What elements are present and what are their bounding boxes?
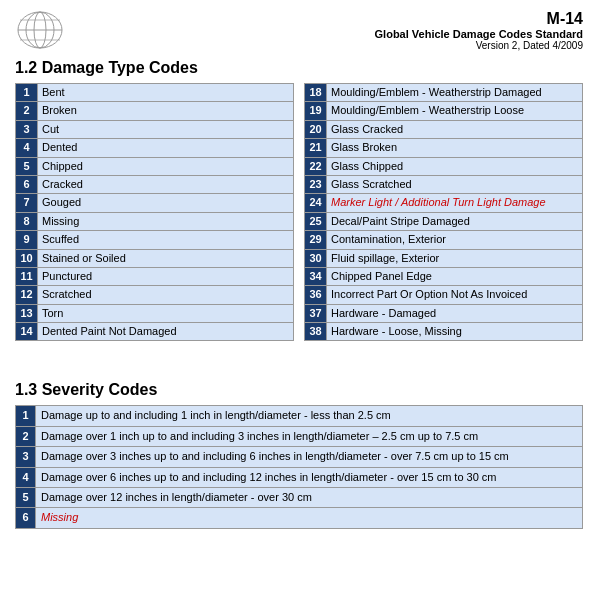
- damage-code-label: Chipped Panel Edge: [327, 267, 583, 285]
- damage-code-label: Scuffed: [38, 231, 294, 249]
- damage-code-num: 25: [305, 212, 327, 230]
- damage-code-label: Incorrect Part Or Option Not As Invoiced: [327, 286, 583, 304]
- damage-code-num: 22: [305, 157, 327, 175]
- damage-code-label: Torn: [38, 304, 294, 322]
- table-row: 4Dented: [16, 139, 294, 157]
- damage-left-col: 1Bent2Broken3Cut4Dented5Chipped6Cracked7…: [15, 83, 294, 341]
- damage-code-num: 14: [16, 323, 38, 341]
- table-row: 34Chipped Panel Edge: [305, 267, 583, 285]
- severity-code-num: 1: [16, 406, 36, 426]
- table-row: 4Damage over 6 inches up to and includin…: [16, 467, 583, 487]
- damage-code-label: Missing: [38, 212, 294, 230]
- damage-code-label: Moulding/Emblem - Weatherstrip Damaged: [327, 84, 583, 102]
- damage-code-label: Bent: [38, 84, 294, 102]
- damage-code-num: 20: [305, 120, 327, 138]
- damage-right-col: 18Moulding/Emblem - Weatherstrip Damaged…: [304, 83, 583, 341]
- damage-code-num: 29: [305, 231, 327, 249]
- damage-code-label: Hardware - Damaged: [327, 304, 583, 322]
- damage-code-num: 10: [16, 249, 38, 267]
- damage-code-label: Glass Scratched: [327, 175, 583, 193]
- damage-code-label: Broken: [38, 102, 294, 120]
- table-row: 2Broken: [16, 102, 294, 120]
- damage-code-label: Moulding/Emblem - Weatherstrip Loose: [327, 102, 583, 120]
- damage-code-label: Glass Cracked: [327, 120, 583, 138]
- table-row: 6Cracked: [16, 175, 294, 193]
- table-row: 12Scratched: [16, 286, 294, 304]
- severity-code-num: 6: [16, 508, 36, 528]
- damage-right-table: 18Moulding/Emblem - Weatherstrip Damaged…: [304, 83, 583, 341]
- damage-code-num: 9: [16, 231, 38, 249]
- damage-code-label: Glass Chipped: [327, 157, 583, 175]
- table-row: 2Damage over 1 inch up to and including …: [16, 426, 583, 446]
- damage-code-num: 3: [16, 120, 38, 138]
- severity-code-label: Damage over 1 inch up to and including 3…: [36, 426, 583, 446]
- damage-code-label: Dented: [38, 139, 294, 157]
- table-row: 5Damage over 12 inches in length/diamete…: [16, 488, 583, 508]
- header-version: Version 2, Dated 4/2009: [375, 40, 583, 51]
- damage-code-label: Marker Light / Additional Turn Light Dam…: [327, 194, 583, 212]
- table-row: 5Chipped: [16, 157, 294, 175]
- damage-code-label: Decal/Paint Stripe Damaged: [327, 212, 583, 230]
- table-row: 3Cut: [16, 120, 294, 138]
- damage-code-label: Scratched: [38, 286, 294, 304]
- damage-code-num: 21: [305, 139, 327, 157]
- damage-code-label: Glass Broken: [327, 139, 583, 157]
- table-row: 18Moulding/Emblem - Weatherstrip Damaged: [305, 84, 583, 102]
- header-code: M-14: [375, 10, 583, 28]
- table-row: 29Contamination, Exterior: [305, 231, 583, 249]
- table-row: 19Moulding/Emblem - Weatherstrip Loose: [305, 102, 583, 120]
- severity-code-num: 4: [16, 467, 36, 487]
- table-row: 23Glass Scratched: [305, 175, 583, 193]
- damage-code-label: Hardware - Loose, Missing: [327, 323, 583, 341]
- severity-code-label: Missing: [36, 508, 583, 528]
- damage-code-num: 2: [16, 102, 38, 120]
- damage-code-num: 24: [305, 194, 327, 212]
- table-row: 6Missing: [16, 508, 583, 528]
- severity-code-label: Damage over 3 inches up to and including…: [36, 447, 583, 467]
- table-row: 36Incorrect Part Or Option Not As Invoic…: [305, 286, 583, 304]
- table-row: 10Stained or Soiled: [16, 249, 294, 267]
- table-row: 8Missing: [16, 212, 294, 230]
- table-row: 37Hardware - Damaged: [305, 304, 583, 322]
- damage-code-num: 37: [305, 304, 327, 322]
- header-text: M-14 Global Vehicle Damage Codes Standar…: [375, 10, 583, 51]
- severity-table: 1Damage up to and including 1 inch in le…: [15, 405, 583, 528]
- damage-code-num: 5: [16, 157, 38, 175]
- table-row: 1Bent: [16, 84, 294, 102]
- damage-code-num: 23: [305, 175, 327, 193]
- severity-code-label: Damage up to and including 1 inch in len…: [36, 406, 583, 426]
- damage-code-num: 1: [16, 84, 38, 102]
- logo: [15, 10, 65, 50]
- damage-code-num: 12: [16, 286, 38, 304]
- damage-code-num: 30: [305, 249, 327, 267]
- severity-code-num: 3: [16, 447, 36, 467]
- table-row: 22Glass Chipped: [305, 157, 583, 175]
- damage-code-num: 13: [16, 304, 38, 322]
- damage-code-label: Chipped: [38, 157, 294, 175]
- header: M-14 Global Vehicle Damage Codes Standar…: [15, 10, 583, 51]
- table-row: 7Gouged: [16, 194, 294, 212]
- damage-code-label: Cut: [38, 120, 294, 138]
- damage-code-num: 18: [305, 84, 327, 102]
- table-row: 30Fluid spillage, Exterior: [305, 249, 583, 267]
- damage-code-num: 8: [16, 212, 38, 230]
- damage-code-label: Fluid spillage, Exterior: [327, 249, 583, 267]
- damage-table: 1Bent2Broken3Cut4Dented5Chipped6Cracked7…: [15, 83, 583, 341]
- table-row: 3Damage over 3 inches up to and includin…: [16, 447, 583, 467]
- damage-code-label: Dented Paint Not Damaged: [38, 323, 294, 341]
- damage-code-num: 36: [305, 286, 327, 304]
- severity-code-num: 5: [16, 488, 36, 508]
- damage-left-table: 1Bent2Broken3Cut4Dented5Chipped6Cracked7…: [15, 83, 294, 341]
- table-row: 24Marker Light / Additional Turn Light D…: [305, 194, 583, 212]
- severity-code-num: 2: [16, 426, 36, 446]
- severity-code-label: Damage over 12 inches in length/diameter…: [36, 488, 583, 508]
- damage-code-num: 34: [305, 267, 327, 285]
- damage-code-label: Gouged: [38, 194, 294, 212]
- damage-code-label: Cracked: [38, 175, 294, 193]
- table-row: 1Damage up to and including 1 inch in le…: [16, 406, 583, 426]
- damage-code-num: 6: [16, 175, 38, 193]
- table-row: 13Torn: [16, 304, 294, 322]
- damage-code-num: 7: [16, 194, 38, 212]
- table-row: 9Scuffed: [16, 231, 294, 249]
- table-row: 20Glass Cracked: [305, 120, 583, 138]
